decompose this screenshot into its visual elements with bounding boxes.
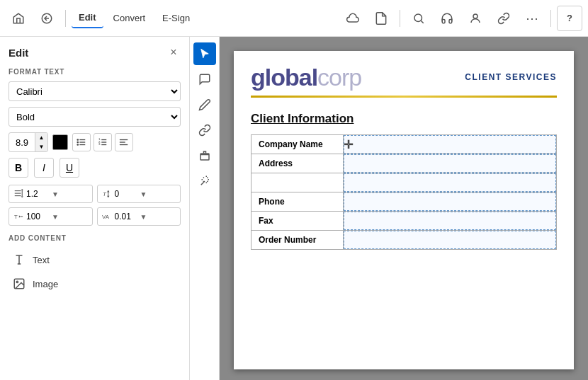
ordered-list-button[interactable]: 1.2.3. (94, 133, 112, 151)
address-value[interactable] (344, 154, 557, 173)
font-weight-select[interactable]: Bold (9, 107, 181, 127)
left-panel: Edit × FORMAT TEXT Calibri Bold 8.9 ▲ ▼ (0, 37, 190, 380)
profile-button[interactable] (463, 6, 488, 31)
align-left-button[interactable] (115, 133, 133, 151)
phone-field[interactable] (344, 192, 556, 211)
svg-text:T: T (14, 214, 18, 220)
font-size-row: 8.9 ▲ ▼ 1.2.3. (9, 132, 181, 152)
add-text-item[interactable]: Text (9, 248, 181, 272)
svg-text:T: T (102, 191, 106, 197)
left-toolbar-icons (190, 37, 220, 380)
order-number-value[interactable] (344, 231, 557, 250)
more-button[interactable]: ⋯ (519, 6, 545, 31)
headphone-button[interactable] (434, 6, 460, 31)
font-family-row: Calibri (9, 81, 181, 101)
font-size-arrows: ▲ ▼ (35, 133, 47, 151)
top-toolbar: Edit Convert E-Sign (0, 0, 588, 37)
table-row: Phone (251, 192, 557, 212)
logo-global: global (251, 64, 317, 91)
esign-tab-button[interactable]: E-Sign (155, 8, 197, 28)
link-button[interactable] (491, 6, 516, 31)
link-tool[interactable] (193, 119, 216, 142)
kern-item: VA ▼ (97, 207, 181, 226)
main-layout: Edit × FORMAT TEXT Calibri Bold 8.9 ▲ ▼ (0, 37, 588, 380)
table-row (251, 173, 557, 192)
char-spacing-chevron[interactable]: ▼ (137, 188, 150, 200)
company-name-value[interactable] (344, 135, 557, 154)
logo-corp: corp (317, 64, 361, 91)
document-wrapper: globalcorp CLIENT SERVICES Client Inform… (220, 37, 588, 380)
divider-3 (550, 10, 551, 27)
line-spacing-input[interactable] (26, 189, 46, 199)
cloud-button[interactable] (340, 6, 366, 31)
fax-value[interactable] (344, 212, 557, 231)
svg-point-1 (414, 14, 422, 22)
company-name-field[interactable] (344, 135, 556, 154)
phone-label: Phone (251, 192, 344, 212)
convert-tab-button[interactable]: Convert (106, 8, 153, 28)
font-size-input[interactable]: 8.9 (9, 137, 35, 148)
list-buttons: 1.2.3. (72, 133, 133, 151)
back-button[interactable] (34, 6, 60, 31)
font-size-up-button[interactable]: ▲ (35, 133, 47, 142)
phone-value[interactable] (344, 192, 557, 212)
address2-value[interactable] (344, 173, 557, 192)
spacing-grid: ▼ T ▼ T ▼ VA ▼ (9, 185, 181, 226)
svg-marker-30 (19, 215, 21, 218)
close-panel-button[interactable]: × (166, 45, 181, 59)
text-label: Text (33, 255, 50, 265)
order-number-field[interactable] (344, 231, 556, 249)
line-spacing-chevron[interactable]: ▼ (49, 188, 62, 200)
home-button[interactable] (6, 6, 31, 31)
font-size-control: 8.9 ▲ ▼ (9, 132, 48, 152)
svg-point-34 (16, 281, 18, 282)
divider-2 (400, 10, 400, 27)
doc-header: globalcorp CLIENT SERVICES (234, 51, 574, 91)
text-style-row: B I U (9, 158, 181, 178)
comment-tool[interactable] (193, 68, 216, 91)
panel-header: Edit × (9, 45, 181, 59)
address2-field[interactable] (344, 173, 556, 192)
font-size-down-button[interactable]: ▼ (35, 142, 47, 151)
address-field[interactable] (344, 154, 556, 173)
svg-marker-27 (107, 196, 110, 198)
table-row: Company Name ✛ (251, 135, 557, 154)
divider-1 (65, 10, 66, 27)
panel-title: Edit (9, 47, 28, 59)
kern-input[interactable] (115, 212, 135, 221)
svg-point-7 (77, 142, 79, 144)
search-button[interactable] (406, 6, 431, 31)
edit-tab-button[interactable]: Edit (72, 8, 103, 28)
scale-chevron[interactable]: ▼ (49, 210, 62, 223)
pen-tool[interactable] (193, 93, 216, 116)
add-image-item[interactable]: Image (9, 272, 181, 296)
address2-label (251, 173, 344, 192)
unordered-list-button[interactable] (72, 133, 91, 151)
help-button[interactable]: ? (557, 6, 582, 31)
svg-marker-26 (107, 190, 110, 192)
select-tool[interactable] (193, 42, 216, 65)
file-button[interactable] (368, 6, 394, 31)
italic-button[interactable]: I (34, 158, 54, 178)
svg-point-2 (473, 14, 477, 18)
char-spacing-input[interactable] (115, 189, 135, 199)
svg-text:VA: VA (102, 214, 110, 220)
svg-point-6 (77, 139, 79, 141)
color-swatch[interactable] (52, 134, 68, 150)
svg-text:3.: 3. (98, 142, 101, 146)
underline-button[interactable]: U (60, 158, 79, 178)
kern-chevron[interactable]: ▼ (137, 210, 150, 223)
font-family-select[interactable]: Calibri (9, 81, 181, 101)
bold-button[interactable]: B (9, 158, 28, 178)
document-page: globalcorp CLIENT SERVICES Client Inform… (234, 51, 574, 369)
text-tool[interactable] (193, 144, 216, 167)
doc-body: Client Information Company Name ✛ (234, 102, 574, 257)
magic-tool[interactable] (193, 170, 216, 192)
fax-field[interactable] (344, 212, 556, 230)
svg-marker-23 (21, 197, 24, 198)
format-text-label: FORMAT TEXT (9, 68, 181, 76)
scale-input[interactable] (26, 212, 46, 221)
client-info-table: Company Name ✛ Address (251, 134, 557, 250)
svg-point-8 (77, 144, 79, 146)
table-row: Order Number (251, 231, 557, 250)
